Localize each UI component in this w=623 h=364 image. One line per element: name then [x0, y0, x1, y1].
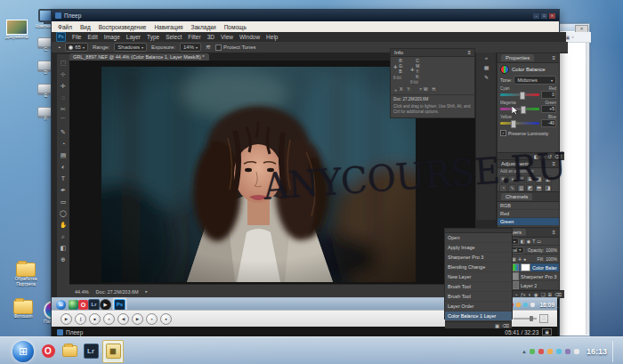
- tool-icon[interactable]: ✒: [58, 185, 69, 196]
- close-icon[interactable]: ✕: [549, 13, 555, 19]
- filter-shape-icon[interactable]: ▭: [537, 239, 541, 244]
- panel-menu-icon[interactable]: ≡: [552, 161, 555, 166]
- tray-expand-icon[interactable]: ▲: [522, 349, 527, 354]
- slider-value[interactable]: -40: [541, 119, 556, 127]
- player-control-button[interactable]: ■: [89, 313, 101, 325]
- player-control-button[interactable]: ▶: [61, 313, 72, 325]
- fullscreen-icon[interactable]: ⛶: [539, 314, 548, 323]
- search-icon[interactable]: ⌕: [571, 34, 574, 40]
- cyan-red-slider[interactable]: [500, 93, 539, 96]
- slider-knob[interactable]: [511, 120, 516, 128]
- panel-menu-icon[interactable]: ≡: [552, 230, 555, 235]
- lock-all-icon[interactable]: ●: [523, 256, 526, 262]
- tool-icon[interactable]: T: [58, 174, 69, 184]
- volume-knob[interactable]: [530, 316, 533, 321]
- tool-icon[interactable]: ✎: [58, 127, 69, 138]
- history-state[interactable]: Brush Tool: [445, 282, 512, 292]
- opacity-value[interactable]: 100%: [546, 247, 557, 253]
- history-state[interactable]: Brush Tool: [445, 292, 512, 302]
- camera-icon[interactable]: ▣: [495, 323, 499, 328]
- magenta-green-slider[interactable]: [500, 108, 539, 110]
- slider-value[interactable]: 0: [541, 91, 556, 99]
- tool-icon[interactable]: ⬚: [58, 58, 69, 69]
- filter-type-icon[interactable]: T: [532, 239, 535, 244]
- tray-icon[interactable]: [556, 349, 562, 354]
- tool-icon[interactable]: ⊕: [58, 255, 69, 265]
- player-control-button[interactable]: ◀: [117, 313, 129, 325]
- ps-menu-item[interactable]: Filter: [188, 34, 200, 40]
- adjustment-icon[interactable]: ◑: [508, 175, 516, 183]
- collapse-panels-icon[interactable]: «: [476, 55, 497, 61]
- info-tab[interactable]: Info: [394, 50, 403, 55]
- taskbar-player-button[interactable]: ▦: [102, 340, 124, 363]
- adjustment-icon[interactable]: ◭: [544, 175, 552, 183]
- lightroom-icon[interactable]: Lr: [88, 299, 100, 311]
- channel-row[interactable]: RGB: [498, 202, 559, 210]
- history-state[interactable]: New Layer: [445, 272, 512, 282]
- tool-icon[interactable]: ⌕: [58, 231, 69, 242]
- ps-menu-item[interactable]: View: [221, 34, 233, 40]
- player-menu-item[interactable]: Воспроизведение: [99, 24, 147, 30]
- playback-mode-badge[interactable]: ▣: [542, 328, 552, 336]
- video-area[interactable]: Ps FileEditImageLayerTypeSelectFilter3DV…: [52, 32, 557, 310]
- swatches-panel-icon[interactable]: ▦: [476, 64, 497, 70]
- slider-knob[interactable]: [521, 106, 526, 114]
- taskbar-explorer-button[interactable]: [60, 341, 79, 362]
- player-titlebar[interactable]: Плеер – □ ✕: [52, 10, 559, 21]
- properties-tab[interactable]: Properties: [501, 54, 534, 61]
- tool-icon[interactable]: ◯: [58, 208, 69, 219]
- history-state[interactable]: Layer Order: [445, 302, 512, 311]
- zoom-level[interactable]: 44.4%: [75, 289, 89, 295]
- ps-menu-item[interactable]: Help: [266, 34, 278, 40]
- ps-menu-item[interactable]: 3D: [207, 34, 214, 40]
- player-control-button[interactable]: »: [146, 313, 158, 325]
- maximize-icon[interactable]: □: [541, 13, 547, 19]
- panel-menu-icon[interactable]: ≡: [467, 50, 471, 55]
- slider-value[interactable]: +5: [541, 105, 556, 113]
- start-button-icon[interactable]: ⊞: [12, 341, 34, 362]
- tray-icon[interactable]: [565, 349, 570, 354]
- tool-icon[interactable]: ▭: [58, 197, 69, 207]
- ps-menu-item[interactable]: Select: [166, 34, 182, 40]
- tray-icon[interactable]: [516, 303, 521, 307]
- folder-icon[interactable]: ▣: [565, 35, 570, 40]
- player-control-button[interactable]: ●: [160, 313, 172, 325]
- tray-icon[interactable]: [574, 349, 579, 354]
- trash-icon[interactable]: ⌫: [502, 323, 509, 328]
- video-clock[interactable]: 16:09: [539, 302, 554, 308]
- player-menu-item[interactable]: Закладки: [191, 24, 216, 30]
- tool-icon[interactable]: ⌒: [58, 116, 69, 126]
- player-menu-item[interactable]: Навигация: [154, 24, 182, 30]
- filter-adjustment-icon[interactable]: ◉: [527, 239, 530, 244]
- show-desktop-button[interactable]: [612, 341, 618, 362]
- start-button-icon[interactable]: ⊞: [56, 300, 66, 310]
- protect-tones-checkbox[interactable]: Protect Tones: [215, 44, 256, 51]
- tool-icon[interactable]: ✛: [58, 81, 69, 92]
- tray-icon[interactable]: [538, 349, 544, 354]
- history-state[interactable]: Color Balance 1 Layer: [445, 311, 512, 321]
- fill-value[interactable]: 100%: [546, 256, 557, 262]
- lock-position-icon[interactable]: ✛: [518, 256, 522, 262]
- exposure-input[interactable]: 14%▾: [180, 43, 201, 52]
- adjustment-icon[interactable]: ▦: [535, 175, 543, 183]
- player-control-button[interactable]: ▶: [132, 313, 143, 325]
- adjustment-icon[interactable]: ☀: [499, 175, 507, 183]
- history-state[interactable]: Blending Change: [445, 263, 512, 272]
- tray-icon[interactable]: [523, 303, 528, 307]
- adjustment-icon[interactable]: ▤: [517, 175, 525, 183]
- tool-icon[interactable]: ◔: [58, 139, 69, 150]
- tray-icon[interactable]: [530, 349, 535, 354]
- ps-menu-item[interactable]: Edit: [87, 34, 97, 40]
- player-control-button[interactable]: ∥: [75, 313, 86, 325]
- tool-icon[interactable]: ⊹: [58, 69, 69, 80]
- ps-menu-item[interactable]: Layer: [126, 34, 141, 40]
- scrollbar[interactable]: [586, 43, 589, 335]
- player-menu-item[interactable]: Помощь: [224, 24, 247, 30]
- browser-icon[interactable]: [69, 300, 78, 310]
- desktop-icon-folder-photoshop[interactable]: Фотошоп: [7, 300, 39, 320]
- filter-pixel-icon[interactable]: ◧: [521, 239, 525, 244]
- ps-menu-item[interactable]: Image: [104, 34, 120, 40]
- tone-select[interactable]: Midtones▾: [514, 76, 556, 85]
- range-select[interactable]: Shadows▾: [114, 43, 147, 52]
- opera-icon[interactable]: O: [78, 300, 88, 310]
